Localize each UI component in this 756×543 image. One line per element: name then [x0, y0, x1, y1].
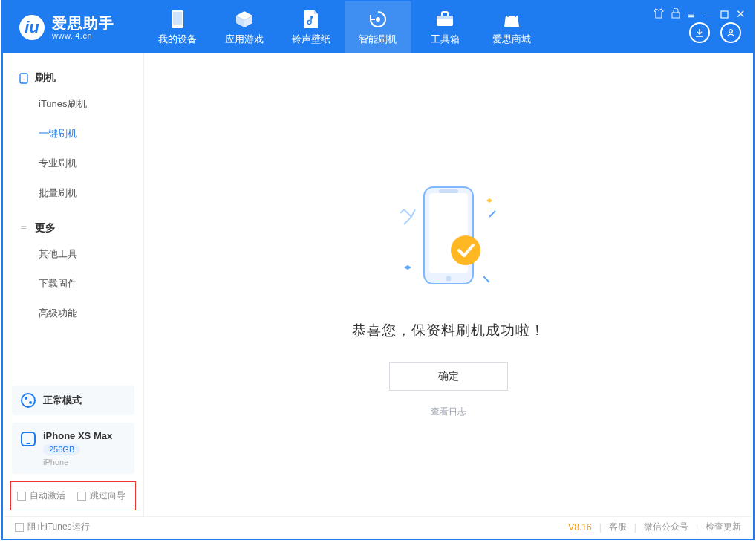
svg-rect-1: [173, 12, 182, 25]
main-content: 恭喜您，保资料刷机成功啦！ 确定 查看日志: [144, 53, 753, 516]
footer-right: V8.16 | 客服 | 微信公众号 | 检查更新: [568, 521, 741, 533]
svg-marker-12: [486, 198, 492, 203]
cube-icon: [234, 9, 255, 30]
view-log-link[interactable]: 查看日志: [431, 406, 466, 418]
device-icon: [21, 432, 36, 446]
nav-label: 爱思商城: [492, 33, 531, 46]
sidebar-item-itunes-flash[interactable]: iTunes刷机: [3, 89, 143, 119]
checkbox-label: 自动激活: [30, 490, 65, 502]
maximize-button[interactable]: [720, 8, 729, 21]
main-nav: 我的设备 应用游戏 铃声壁纸 智能刷机: [144, 1, 545, 53]
close-button[interactable]: ✕: [736, 7, 746, 21]
nav-toolbox[interactable]: 工具箱: [411, 1, 478, 53]
sidebar-item-advanced[interactable]: 高级功能: [3, 299, 143, 328]
footer-left: 阻止iTunes运行: [15, 521, 90, 533]
nav-smart-flash[interactable]: 智能刷机: [345, 1, 411, 53]
app-title: 爱思助手 www.i4.cn: [52, 15, 114, 40]
nav-my-device[interactable]: 我的设备: [144, 1, 211, 53]
device-small-icon: [18, 73, 29, 84]
options-row: 自动激活 跳过向导: [10, 481, 136, 510]
logo-area: iu 爱思助手 www.i4.cn: [3, 15, 144, 40]
device-card[interactable]: iPhone XS Max 256GB iPhone: [12, 423, 134, 474]
svg-rect-5: [437, 16, 453, 19]
nav-store[interactable]: 爱思商城: [478, 1, 545, 53]
svg-point-8: [729, 30, 733, 33]
mode-label: 正常模式: [43, 394, 82, 407]
device-info: iPhone XS Max 256GB iPhone: [43, 430, 112, 466]
mode-icon: [21, 393, 36, 408]
device-capacity: 256GB: [43, 444, 80, 455]
svg-rect-7: [721, 11, 728, 18]
app-window: iu 爱思助手 www.i4.cn 我的设备 应用游戏: [1, 0, 755, 540]
device-type: iPhone: [43, 458, 112, 466]
list-icon: ≡: [18, 223, 29, 234]
wechat-link[interactable]: 微信公众号: [644, 521, 688, 533]
checkbox-icon: [17, 492, 26, 501]
svg-point-3: [376, 17, 380, 22]
refresh-shield-icon: [368, 9, 388, 30]
svg-rect-15: [439, 189, 458, 193]
success-illustration: [393, 180, 504, 299]
checkbox-block-itunes[interactable]: 阻止iTunes运行: [15, 521, 90, 533]
checkbox-icon: [15, 523, 24, 532]
header-right-icons: [689, 22, 741, 43]
checkbox-label: 跳过向导: [90, 490, 126, 502]
nav-label: 工具箱: [431, 33, 460, 46]
body: 刷机 iTunes刷机 一键刷机 专业刷机 批量刷机 ≡ 更多 其他工具 下载固…: [3, 53, 753, 516]
footer: 阻止iTunes运行 V8.16 | 客服 | 微信公众号 | 检查更新: [4, 516, 752, 537]
svg-point-16: [446, 276, 452, 282]
separator: |: [599, 522, 602, 533]
checkbox-label: 阻止iTunes运行: [27, 521, 90, 533]
music-file-icon: [301, 9, 322, 30]
device-name: iPhone XS Max: [43, 430, 112, 441]
sidebar-group-flash: 刷机: [3, 67, 143, 89]
download-icon[interactable]: [689, 22, 710, 43]
separator: |: [696, 522, 698, 533]
check-update-link[interactable]: 检查更新: [706, 521, 741, 533]
svg-rect-6: [672, 13, 680, 18]
separator: |: [634, 522, 636, 533]
support-link[interactable]: 客服: [609, 521, 627, 533]
sidebar-group-more: ≡ 更多: [3, 217, 143, 239]
nav-label: 铃声壁纸: [292, 33, 330, 46]
checkbox-skip-guide[interactable]: 跳过向导: [77, 490, 126, 502]
app-name: 爱思助手: [52, 15, 114, 31]
ok-button[interactable]: 确定: [389, 362, 508, 391]
sidebar-item-pro-flash[interactable]: 专业刷机: [3, 149, 143, 178]
titlebar: iu 爱思助手 www.i4.cn 我的设备 应用游戏: [3, 1, 753, 53]
toolbox-icon: [434, 9, 455, 30]
nav-label: 应用游戏: [225, 33, 264, 46]
group-title: 刷机: [35, 71, 56, 85]
minimize-button[interactable]: —: [702, 8, 713, 21]
sidebar-item-oneclick-flash[interactable]: 一键刷机: [3, 119, 143, 149]
menu-icon[interactable]: ≡: [688, 8, 694, 21]
sidebar: 刷机 iTunes刷机 一键刷机 专业刷机 批量刷机 ≡ 更多 其他工具 下载固…: [3, 53, 144, 516]
sidebar-item-other-tools[interactable]: 其他工具: [3, 239, 143, 269]
svg-rect-10: [22, 82, 25, 82]
checkbox-auto-activate[interactable]: 自动激活: [17, 490, 65, 502]
sidebar-item-batch-flash[interactable]: 批量刷机: [3, 178, 143, 208]
app-url: www.i4.cn: [52, 31, 114, 40]
app-logo-icon: iu: [19, 15, 45, 40]
shirt-icon[interactable]: [654, 8, 664, 21]
svg-marker-11: [404, 265, 411, 270]
mode-card[interactable]: 正常模式: [12, 386, 134, 415]
success-title: 恭喜您，保资料刷机成功啦！: [352, 321, 545, 340]
sidebar-item-download-firmware[interactable]: 下载固件: [3, 269, 143, 299]
checkbox-icon: [77, 492, 86, 501]
user-icon[interactable]: [720, 22, 741, 43]
nav-ringtone-wallpaper[interactable]: 铃声壁纸: [278, 1, 345, 53]
nav-label: 我的设备: [158, 33, 197, 46]
shopping-bag-icon: [501, 9, 522, 30]
window-controls: ≡ — ✕: [654, 7, 746, 21]
lock-icon[interactable]: [671, 8, 680, 21]
nav-label: 智能刷机: [359, 33, 397, 46]
nav-apps-games[interactable]: 应用游戏: [211, 1, 278, 53]
group-title: 更多: [35, 221, 56, 235]
phone-icon: [167, 9, 188, 30]
version-label: V8.16: [568, 522, 591, 533]
svg-point-17: [451, 235, 480, 265]
svg-point-2: [177, 26, 178, 27]
